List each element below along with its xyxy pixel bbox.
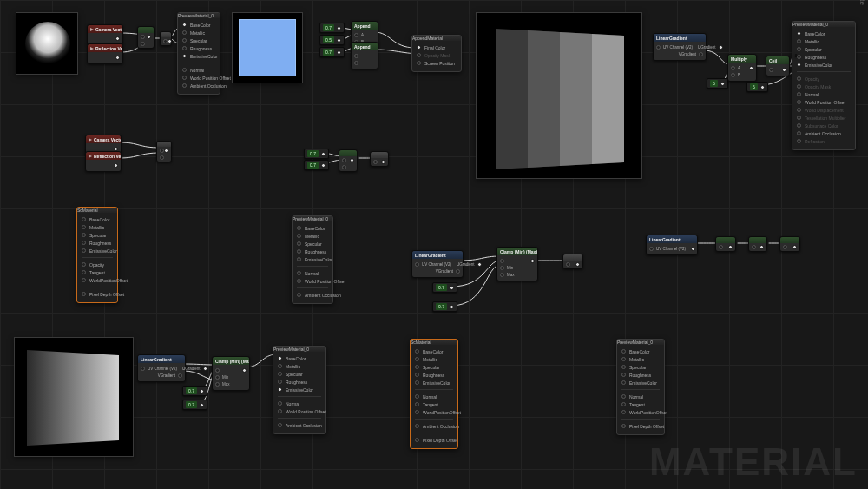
chip-div-const[interactable]: 6 [746, 82, 768, 92]
node-linear-gradient-bl[interactable]: LinearGradient UV Channel (V2)UGradient … [137, 354, 186, 382]
const-chip-3[interactable]: 0.7 [319, 47, 345, 57]
const-chip-2[interactable]: 0.5 [319, 35, 345, 45]
node-ceil[interactable]: Ceil [766, 56, 790, 76]
chip-clamp-min[interactable]: 0.7 [432, 282, 457, 293]
preview-blue [232, 12, 303, 83]
node-title: Reflection Vector [95, 46, 122, 51]
node-linear-gradient-top[interactable]: LinearGradient UV Channel (V2)UGradient … [653, 33, 707, 61]
node-multiply[interactable]: Multiply A B [727, 54, 757, 82]
chip-bl-max[interactable]: 0.7 [182, 400, 207, 410]
preview-sphere [16, 12, 78, 75]
node-title: Camera Vector [95, 27, 122, 32]
material-out-grey-mid[interactable]: PreviewMaterial_0 BaseColor Metallic Spe… [292, 215, 333, 304]
chip-mult-const[interactable]: 6 [707, 78, 728, 89]
node-chain-2[interactable] [748, 236, 767, 252]
preview-smooth [14, 337, 134, 457]
chip-mid-2[interactable]: 0.7 [304, 160, 329, 170]
node-func-2[interactable] [160, 31, 172, 46]
chip-mid-1[interactable]: 0.7 [304, 149, 329, 159]
node-chain-3[interactable] [779, 236, 800, 252]
chip-bl-min[interactable]: 0.7 [182, 386, 207, 396]
svg-marker-3 [560, 32, 592, 166]
node-reflection-vector[interactable]: Reflection Vector [87, 43, 123, 64]
append-material-node[interactable]: AppendMaterial Final Color Opacity Mask … [411, 35, 462, 72]
node-divide-hang[interactable] [795, 56, 797, 57]
preview-material-top-right[interactable]: PreviewMaterial_0 BaseColor Metallic Spe… [792, 21, 856, 150]
node-clamp-mid[interactable]: Clamp (Min) (Max) Min Max [496, 247, 538, 281]
node-reflection-vector-2[interactable]: Reflection Vector [85, 151, 122, 172]
node-func-mid-2[interactable] [370, 151, 389, 167]
node-linear-gradient-right[interactable]: LinearGradient UV Channel (V2) [646, 235, 698, 255]
material-output-top-left[interactable]: PreviewMaterial_0 BaseColor Metallic Spe… [177, 12, 220, 95]
material-out-orange-2[interactable]: ScMaterial BaseColor Metallic Specular R… [410, 339, 458, 449]
svg-marker-5 [27, 350, 119, 446]
node-linear-gradient-mid[interactable]: LinearGradient UV Channel (V2)UGradient … [411, 250, 464, 278]
node-graph-canvas[interactable]: Camera Vector Reflection Vector PreviewM… [0, 0, 868, 489]
node-chain-1[interactable] [715, 236, 736, 252]
node-func-after-clamp[interactable] [562, 254, 583, 269]
node-camera-vector[interactable]: Camera Vector [87, 24, 123, 45]
preview-material-bl[interactable]: PreviewMaterial_0 BaseColor Metallic Spe… [273, 346, 326, 434]
material-out-grey-br[interactable]: PreviewMaterial_0 BaseColor Metallic Spe… [616, 339, 665, 435]
svg-marker-4 [592, 34, 624, 164]
chip-clamp-max[interactable]: 0.7 [432, 301, 457, 312]
node-divide-2[interactable] [795, 54, 797, 56]
outnode-title: PreviewMaterial_0 [178, 13, 214, 18]
svg-point-0 [25, 22, 70, 67]
node-func-mid-1[interactable] [339, 149, 358, 172]
node-clamp-bl[interactable]: Clamp (Min) (Max) Min Max [212, 356, 250, 391]
const-chip-1[interactable]: 0.7 [319, 23, 345, 33]
material-out-orange-1[interactable]: ScMaterial BaseColor Metallic Specular R… [76, 207, 118, 303]
preview-steps [476, 12, 642, 179]
svg-marker-2 [528, 30, 560, 168]
node-func-3[interactable] [156, 141, 172, 162]
node-func-1[interactable] [137, 26, 155, 49]
node-append-2[interactable]: Append [351, 42, 378, 69]
